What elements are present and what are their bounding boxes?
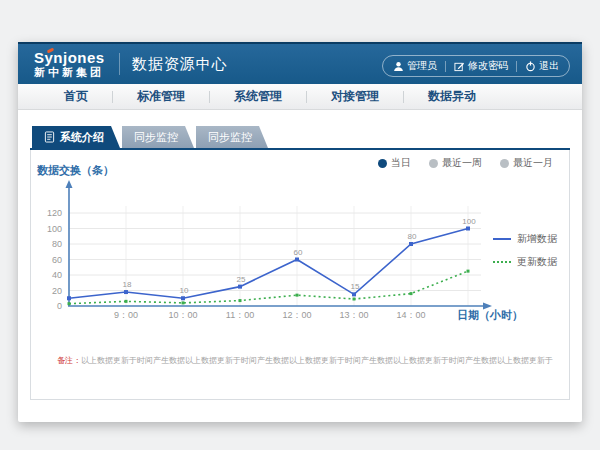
logo-subtitle: 新中新集团 (34, 67, 105, 78)
svg-text:80: 80 (52, 239, 62, 249)
radio-last-week[interactable]: 最近一周 (429, 156, 482, 170)
svg-text:25: 25 (237, 275, 246, 284)
chart-panel: 当日 最近一周 最近一月 0204060801001209：0010：0011：… (30, 150, 570, 400)
tab-label: 同步监控 (134, 130, 178, 145)
nav-item-integration[interactable]: 对接管理 (307, 88, 403, 105)
power-icon (525, 61, 536, 72)
tab-label: 系统介绍 (60, 130, 104, 145)
nav-item-standards[interactable]: 标准管理 (113, 88, 209, 105)
legend-updated-data[interactable]: 更新数据 (493, 255, 557, 269)
svg-text:15: 15 (351, 282, 360, 291)
user-name: 管理员 (407, 59, 437, 73)
legend-new-data[interactable]: 新增数据 (493, 232, 557, 246)
pill-divider (516, 61, 517, 72)
user-controls: 管理员 修改密码 退出 (382, 55, 570, 77)
svg-text:120: 120 (47, 208, 62, 218)
svg-text:20: 20 (52, 286, 62, 296)
logout-label: 退出 (539, 59, 559, 73)
svg-text:100: 100 (47, 224, 62, 234)
footnote-label: 备注： (57, 356, 81, 365)
svg-text:60: 60 (52, 255, 62, 265)
radio-label: 最近一周 (442, 156, 482, 170)
document-icon (44, 131, 55, 143)
svg-text:11：00: 11：00 (226, 310, 254, 320)
dotted-line-swatch (493, 261, 511, 263)
svg-text:10：00: 10：00 (168, 310, 197, 320)
logout-button[interactable]: 退出 (525, 59, 559, 73)
edit-icon (454, 61, 465, 72)
time-range-filter: 当日 最近一周 最近一月 (378, 156, 553, 170)
main-nav: 首页 标准管理 系统管理 对接管理 数据异动 (18, 84, 582, 110)
desktop-background: Synjones 新中新集团 数据资源中心 管理员 修改密码 (0, 0, 600, 450)
page-title: 数据资源中心 (132, 55, 228, 74)
radio-last-month[interactable]: 最近一月 (500, 156, 553, 170)
pill-divider (445, 61, 446, 72)
svg-text:80: 80 (408, 232, 417, 241)
footnote: 备注：以上数据更新于时间产生数据以上数据更新于时间产生数据以上数据更新于时间产生… (57, 355, 553, 366)
legend-label: 新增数据 (517, 232, 557, 246)
tab-sync-monitor-2[interactable]: 同步监控 (196, 126, 268, 148)
tab-label: 同步监控 (208, 130, 252, 145)
svg-text:日期（小时）: 日期（小时） (457, 309, 523, 322)
user-icon (393, 61, 404, 72)
change-password-label: 修改密码 (468, 59, 508, 73)
svg-text:0: 0 (57, 301, 62, 311)
app-header: Synjones 新中新集团 数据资源中心 管理员 修改密码 (18, 42, 582, 84)
svg-text:18: 18 (123, 280, 132, 289)
radio-icon (429, 159, 438, 168)
svg-text:9：00: 9：00 (114, 310, 138, 320)
svg-text:13：00: 13：00 (339, 310, 368, 320)
nav-item-system[interactable]: 系统管理 (210, 88, 306, 105)
svg-text:数据交换（条）: 数据交换（条） (36, 164, 114, 177)
footnote-text: 以上数据更新于时间产生数据以上数据更新于时间产生数据以上数据更新于时间产生数据以… (81, 356, 553, 365)
radio-icon (378, 159, 387, 168)
nav-item-data-change[interactable]: 数据异动 (404, 88, 500, 105)
svg-text:14：00: 14：00 (396, 310, 425, 320)
svg-text:60: 60 (294, 248, 303, 257)
logo: Synjones 新中新集团 (34, 50, 105, 78)
svg-text:40: 40 (52, 270, 62, 280)
radio-label: 当日 (391, 156, 411, 170)
tab-system-intro[interactable]: 系统介绍 (32, 126, 120, 148)
svg-text:10: 10 (180, 286, 189, 295)
radio-label: 最近一月 (513, 156, 553, 170)
logo-text: Synjones (34, 50, 105, 65)
solid-line-swatch (493, 238, 511, 240)
app-window: Synjones 新中新集团 数据资源中心 管理员 修改密码 (18, 42, 582, 422)
nav-item-home[interactable]: 首页 (40, 88, 112, 105)
chart-legend: 新增数据 更新数据 (493, 232, 557, 269)
radio-icon (500, 159, 509, 168)
legend-label: 更新数据 (517, 255, 557, 269)
change-password-button[interactable]: 修改密码 (454, 59, 508, 73)
header-divider (119, 53, 120, 75)
svg-text:100: 100 (462, 217, 476, 226)
tab-bar: 系统介绍 同步监控 同步监控 (32, 126, 582, 148)
svg-text:12：00: 12：00 (282, 310, 311, 320)
tab-sync-monitor-1[interactable]: 同步监控 (122, 126, 194, 148)
radio-today[interactable]: 当日 (378, 156, 411, 170)
user-menu[interactable]: 管理员 (393, 59, 437, 73)
